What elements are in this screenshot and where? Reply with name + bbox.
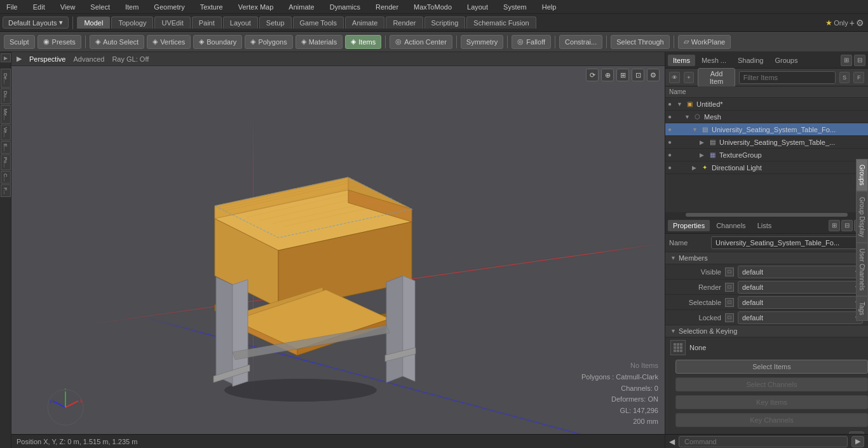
visibility-icon[interactable]: ● [668, 164, 677, 171]
sidebar-pol-item[interactable]: Po... [1, 154, 11, 170]
action-center-button[interactable]: ◎ Action Center [390, 35, 452, 49]
menu-item-view[interactable]: View [58, 2, 78, 12]
cmd-execute-btn[interactable]: ▶ [851, 436, 864, 447]
members-section[interactable]: ▼ Members [665, 252, 868, 264]
menu-item-layout[interactable]: Layout [465, 2, 491, 12]
menu-item-dynamics[interactable]: Dynamics [327, 2, 363, 12]
filter-icon-btn[interactable]: F [853, 72, 864, 83]
sculpt-button[interactable]: Sculpt [4, 35, 35, 49]
rp-expand-btn[interactable]: ⊞ [841, 55, 852, 66]
edge-tab-tags[interactable]: Tags [856, 296, 868, 321]
rp-collapse-btn[interactable]: ⊟ [854, 55, 865, 66]
tab-render[interactable]: Render [386, 17, 423, 29]
render-dropdown[interactable]: default ▾ [738, 281, 863, 294]
boundary-button[interactable]: ◈ Boundary [193, 35, 242, 49]
tab-paint[interactable]: Paint [192, 17, 222, 29]
menu-item-maxtomodo[interactable]: MaxToModo [411, 2, 454, 12]
tab-layout[interactable]: Layout [223, 17, 258, 29]
symmetry-button[interactable]: Symmetry [461, 35, 504, 49]
menu-item-edit[interactable]: Edit [31, 2, 48, 12]
tab-animate[interactable]: Animate [345, 17, 384, 29]
layout-dropdown[interactable]: Default Layouts ▾ [3, 17, 69, 29]
menu-item-vertexmap[interactable]: Vertex Map [236, 2, 276, 12]
tab-schematic[interactable]: Schematic Fusion [466, 17, 536, 29]
auto-select-button[interactable]: ◈ Auto Select [90, 35, 144, 49]
settings-icon[interactable]: ⚙ [856, 18, 864, 28]
key-channels-button[interactable]: Key Channels [675, 413, 868, 427]
edge-tab-groupdisplay[interactable]: Group Display [856, 191, 868, 243]
select-items-button[interactable]: Select Items [675, 360, 868, 374]
tree-row[interactable]: ● ▼ ⬡ Mesh [665, 111, 868, 123]
rp-tab-mesh[interactable]: Mesh ... [696, 55, 731, 66]
tab-topology[interactable]: Topology [111, 17, 153, 29]
vp-toggle-btn[interactable]: ▶ [17, 55, 22, 63]
expand-icon[interactable]: ▶ [700, 152, 707, 158]
menu-item-system[interactable]: System [501, 2, 529, 12]
sk-none-icon[interactable] [670, 340, 686, 355]
vp-perspective[interactable]: Perspective [29, 55, 65, 63]
settings-vp-btn[interactable]: ⚙ [647, 69, 660, 81]
render-checkbox[interactable]: □ [725, 283, 734, 292]
select-channels-button[interactable]: Select Channels [675, 377, 868, 391]
tree-row[interactable]: ● ▼ ▣ Untitled* [665, 98, 868, 111]
menu-item-geometry[interactable]: Geometry [151, 2, 187, 12]
zoom-btn[interactable]: ⊕ [601, 69, 614, 81]
expand-icon[interactable]: ▶ [692, 165, 700, 171]
visibility-icon[interactable]: ● [668, 100, 677, 107]
tree-scrollbar[interactable] [665, 212, 868, 217]
edge-tab-userchannels[interactable]: User Channels [856, 243, 868, 296]
props-tab-channels[interactable]: Channels [711, 220, 750, 231]
sidebar-sculpt-item[interactable]: De... [1, 69, 11, 88]
materials-button[interactable]: ◈ Materials [295, 35, 343, 49]
key-items-button[interactable]: Key Items [675, 395, 868, 409]
eye-toggle-btn[interactable]: 👁 [669, 72, 680, 83]
viewport-canvas[interactable]: ⟳ ⊕ ⊞ ⊡ ⚙ [11, 66, 665, 434]
add-item-button[interactable]: Add Item [698, 68, 735, 87]
vp-advanced[interactable]: Advanced [73, 55, 104, 63]
selectable-dropdown[interactable]: default ▾ [738, 296, 863, 309]
visibility-icon[interactable]: ● [668, 113, 677, 120]
sidebar-f-item[interactable]: F... [1, 184, 11, 197]
work-plane-button[interactable]: ▱ WorkPlane [678, 35, 731, 49]
frame-btn[interactable]: ⊡ [632, 69, 644, 81]
expand-icon[interactable]: ▼ [677, 101, 684, 107]
visible-dropdown[interactable]: default ▾ [738, 266, 863, 278]
sidebar-dup-item[interactable]: Du... [1, 88, 11, 104]
tree-row[interactable]: ● ▼ ▤ University_Seating_System_Table_Fo… [665, 123, 868, 136]
rp-tab-groups[interactable]: Groups [770, 55, 803, 66]
menu-item-render[interactable]: Render [373, 2, 401, 12]
locked-dropdown[interactable]: default ▾ [738, 311, 863, 324]
visible-checkbox[interactable]: □ [725, 268, 734, 276]
filter-items-input[interactable] [739, 71, 836, 84]
sidebar-vert-item[interactable]: Ve... [1, 125, 11, 140]
sidebar-mesh-item[interactable]: Me... [1, 105, 11, 124]
fit-btn[interactable]: ⊞ [616, 69, 629, 81]
edge-tab-groups[interactable]: Groups [856, 159, 868, 191]
menu-item-item[interactable]: Item [123, 2, 141, 12]
tree-row[interactable]: ● ▶ ✦ Directional Light [665, 161, 868, 174]
visibility-icon[interactable]: ● [668, 126, 677, 133]
props-expand-btn[interactable]: ⊞ [829, 220, 840, 231]
falloff-button[interactable]: ◎ Falloff [512, 35, 551, 49]
visibility-icon[interactable]: ● [668, 151, 677, 158]
menu-item-animate[interactable]: Animate [286, 2, 316, 12]
tab-scripting[interactable]: Scripting [424, 17, 466, 29]
selectable-checkbox[interactable]: □ [725, 298, 734, 307]
sidebar-em-item[interactable]: E... [1, 141, 11, 154]
props-tab-lists[interactable]: Lists [752, 220, 777, 231]
selection-keying-section[interactable]: ▼ Selection & Keying [665, 325, 868, 337]
vertices-button[interactable]: ◈ Vertices [147, 35, 191, 49]
expand-icon[interactable]: ▼ [692, 126, 700, 133]
tree-row[interactable]: ● ▶ ▤ University_Seating_System_Table_..… [665, 136, 868, 149]
props-collapse-btn[interactable]: ⊟ [841, 220, 853, 231]
sidebar-c-item[interactable]: C... [1, 171, 11, 184]
viewport-gizmo[interactable]: X Z Y [46, 388, 85, 426]
name-input[interactable] [711, 236, 864, 249]
visibility-icon[interactable]: ● [668, 139, 677, 146]
rp-tab-shading[interactable]: Shading [733, 55, 768, 66]
tree-row[interactable]: ● ▶ ▦ TextureGroup [665, 149, 868, 161]
rp-tab-items[interactable]: Items [668, 55, 695, 66]
vp-raygl[interactable]: Ray GL: Off [112, 55, 149, 63]
presets-button[interactable]: ◉ Presets [37, 35, 81, 49]
props-tab-properties[interactable]: Properties [668, 220, 710, 231]
